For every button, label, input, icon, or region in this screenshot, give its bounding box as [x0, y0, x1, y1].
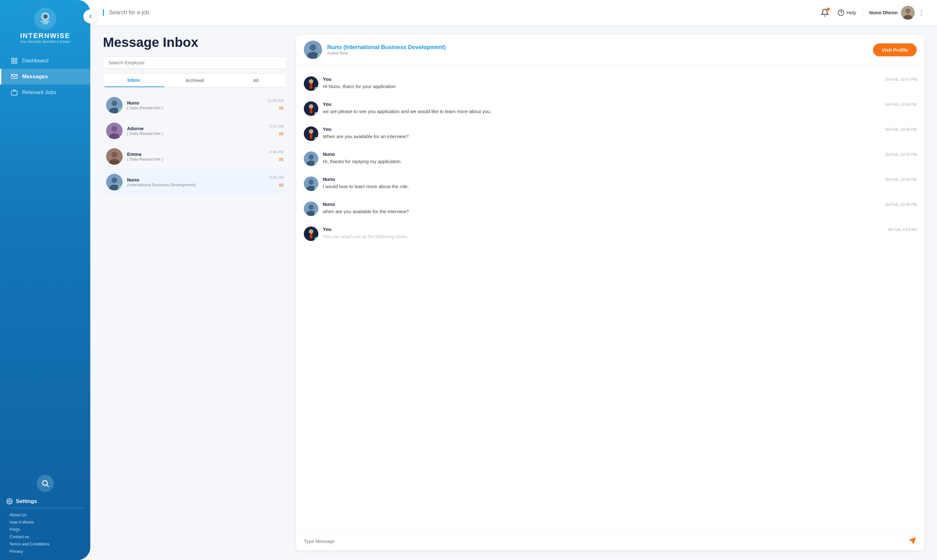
message-body: You 3rd Feb, 10:49 PM When are you avail…: [323, 126, 917, 140]
conv-role: ( Data Researcher ): [127, 131, 265, 136]
search-input[interactable]: [109, 9, 819, 16]
message-header: Nuno 3rd Feb, 10:56 PM: [323, 202, 917, 207]
conv-info: Adorne ( Data Researcher ): [127, 126, 265, 136]
message-avatar: [304, 151, 318, 166]
message-avatar: [304, 126, 318, 141]
message-header: You 3rd Feb, 10:49 PM: [323, 102, 917, 107]
message-row: You 3rd Feb, 10:49 PM we are please to s…: [304, 96, 917, 121]
svg-rect-6: [12, 62, 14, 63]
sidebar-item-dashboard[interactable]: Dashboard: [0, 53, 90, 69]
back-button[interactable]: [83, 9, 97, 23]
mail-icon: ✉: [279, 105, 283, 112]
online-indicator: [315, 112, 318, 115]
sidebar-link-terms[interactable]: Terms and Conditions: [6, 540, 84, 548]
message-avatar: [304, 76, 318, 91]
sidebar-item-messages[interactable]: Messages: [0, 69, 90, 85]
mail-icon: ✉: [279, 156, 283, 163]
message-time: 4th Feb, 6:54 AM: [888, 228, 917, 232]
message-body: Nuno 3rd Feb, 10:56 PM when are you avai…: [323, 202, 917, 215]
svg-rect-4: [12, 58, 14, 60]
sidebar-link-how[interactable]: How It Works: [6, 518, 84, 526]
svg-rect-3: [42, 22, 48, 25]
conversation-item[interactable]: Nuno (International Business Development…: [103, 169, 287, 195]
svg-rect-7: [15, 62, 17, 63]
message-header: You 3rd Feb, 10:49 PM: [323, 126, 917, 132]
user-info[interactable]: Nuno Dhiren ⋮: [869, 6, 924, 20]
sidebar-link-privacy[interactable]: Privacy: [6, 548, 84, 555]
conv-time: 5:14 AM: [269, 124, 283, 129]
svg-point-22: [111, 126, 117, 132]
chat-contact-name: Nuno (International Business Development…: [327, 44, 868, 51]
message-text: we are please to see you application and…: [323, 108, 917, 115]
sidebar-settings: Settings About Us How It Works FAQs Cont…: [0, 498, 90, 555]
conv-role: ( Data Researcher ): [127, 157, 265, 162]
logo: 🎓 INTERNWISE Your Internship Specialist …: [20, 8, 70, 43]
page-body: Message Inbox Inbox Archived All: [90, 25, 937, 560]
sidebar-search-button[interactable]: [37, 475, 54, 492]
sidebar-item-dashboard-label: Dashboard: [22, 58, 48, 64]
message-row: You 4th Feb, 6:54 AM You can reach me at…: [304, 222, 917, 246]
sidebar-nav: Dashboard Messages Relevant Jobs: [0, 53, 90, 100]
help-icon: [837, 9, 845, 16]
message-body: Nuno 3rd Feb, 10:56 PM I would love to l…: [323, 177, 917, 190]
online-indicator: [315, 87, 318, 91]
svg-line-11: [46, 485, 48, 487]
topbar-right: Help Nuno Dhiren ⋮: [819, 6, 924, 20]
sidebar-item-messages-label: Messages: [22, 74, 48, 80]
message-row: Nuno 3rd Feb, 10:56 PM when are you avai…: [304, 196, 917, 222]
message-body: You 3rd Feb, 10:47 PM Hi Nuno, thans for…: [323, 76, 917, 90]
user-name: Nuno Dhiren: [869, 10, 898, 15]
message-text: I would love to learn more about the rol…: [323, 183, 917, 190]
tab-all[interactable]: All: [225, 74, 286, 87]
mail-icon: ✉: [279, 131, 283, 137]
conv-info: Nuno (International Business Development…: [127, 177, 265, 187]
conversation-item[interactable]: Nuno ( Data Researcher ) 11:06 AM ✉: [103, 92, 287, 118]
send-button[interactable]: [908, 537, 917, 545]
tab-archived[interactable]: Archived: [165, 74, 226, 87]
message-body: You 3rd Feb, 10:49 PM we are please to s…: [323, 102, 917, 115]
svg-point-52: [309, 205, 314, 210]
message-row: Nuno 3rd Feb, 10:55 PM Hi, thanks for re…: [304, 146, 917, 171]
briefcase-icon: [11, 89, 18, 96]
help-button[interactable]: Help: [837, 9, 856, 16]
search-employer-input[interactable]: [103, 56, 287, 69]
svg-point-28: [111, 177, 117, 183]
notification-button[interactable]: [819, 6, 831, 19]
chat-input-area: [296, 531, 924, 551]
svg-point-49: [309, 180, 314, 185]
sidebar: 🎓 INTERNWISE Your Internship Specialist …: [0, 0, 90, 560]
message-input[interactable]: [304, 538, 904, 544]
sidebar-link-contact[interactable]: Contact us: [6, 533, 84, 540]
svg-point-10: [42, 480, 47, 485]
more-options-button[interactable]: ⋮: [918, 9, 924, 17]
svg-point-40: [309, 104, 313, 109]
visit-profile-button[interactable]: Visit Profile: [873, 43, 917, 56]
message-time: 3rd Feb, 10:55 PM: [885, 152, 917, 157]
conv-time: 6:55 AM: [269, 175, 283, 180]
conv-role: ( Data Researcher ): [127, 106, 263, 110]
sidebar-link-faqs[interactable]: FAQs: [6, 526, 84, 533]
message-icon: [11, 73, 18, 80]
svg-point-44: [309, 129, 313, 134]
sidebar-item-relevant-jobs[interactable]: Relevant Jobs: [0, 85, 90, 100]
svg-point-16: [905, 9, 910, 14]
sidebar-search: [37, 475, 54, 492]
conversation-item[interactable]: Adorne ( Data Researcher ) 5:14 AM ✉: [103, 118, 287, 144]
sidebar-link-about[interactable]: About Us: [6, 511, 84, 518]
chat-header-avatar: [304, 40, 322, 59]
conversation-item[interactable]: Emma ( Data Researcher ) 4:46 PM ✉: [103, 144, 287, 169]
message-text: Hi Nuno, thans for your application: [323, 83, 917, 90]
svg-point-57: [309, 229, 313, 234]
online-indicator: [315, 212, 318, 216]
svg-point-31: [310, 45, 316, 51]
message-row: You 3rd Feb, 10:47 PM Hi Nuno, thans for…: [304, 71, 917, 96]
help-label: Help: [846, 10, 856, 15]
conv-avatar: [106, 123, 123, 139]
online-indicator: [315, 237, 318, 241]
conv-name: Nuno: [127, 100, 263, 106]
tab-inbox[interactable]: Inbox: [103, 74, 165, 87]
sidebar-item-relevant-jobs-label: Relevant Jobs: [22, 89, 56, 95]
logo-icon: 🎓: [34, 8, 56, 30]
conv-name: Nuno: [127, 177, 265, 182]
conv-avatar-image: [106, 123, 123, 139]
